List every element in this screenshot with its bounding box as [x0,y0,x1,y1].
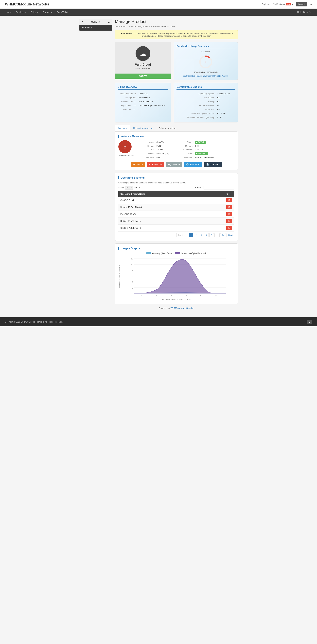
svg-point-6 [124,147,124,147]
logout-button[interactable]: Logout [296,2,307,6]
chevron-up-icon: ▲ [108,21,110,23]
scroll-to-top-button[interactable]: ▲ [307,320,312,324]
svg-text:9: 9 [186,294,187,296]
tab-network-information[interactable]: Network Information [130,125,156,131]
user-data-button[interactable]: 📄 User Data [204,162,222,167]
language-selector[interactable]: English ▾ [262,3,271,6]
reboot-button[interactable]: ↺ Reboot [131,162,145,167]
product-status-badge: ACTIVE [115,74,171,79]
power-off-button[interactable]: ⏻ Power Off [147,162,164,167]
os-install-button[interactable]: 🖥 [226,198,232,202]
os-table-row: FreeBSD 12 x64🖥 [118,211,234,218]
svg-text:8: 8 [171,294,172,296]
billing-title: Billing Overview [118,86,168,90]
main-nav: Home Services ▾ Billing ▾ Support ▾ Open… [0,8,317,16]
billing-row: Billing CycleFree Account [118,96,168,100]
notifications-button[interactable]: Notifications NEW ▾ [273,3,293,6]
os-install-button[interactable]: 🖥 [226,219,232,223]
os-install-button[interactable]: 🖥 [226,212,232,216]
nav-home[interactable]: Home [3,8,14,16]
nav-open-ticket[interactable]: Open Ticket [54,8,70,16]
tab-bar: Overview Network Information Other Infor… [115,125,238,132]
os-section-card: Operating Systems Changing to a differen… [115,173,238,241]
graphs-section: Usages Graphs Outgoing (Bytes Sent) Inco… [115,244,238,304]
breadcrumb-current: Product Details [162,26,176,28]
pagination-next[interactable]: Next [227,233,234,237]
billing-card: Billing Overview Recurring Amount$0.00 U… [115,83,171,122]
console-button[interactable]: ▶_ Console [166,162,182,167]
instance-details: Name: demoVM Status: ▶ ACTIVE Storage: 2… [138,140,234,159]
instance-os-label: FreeBSD 12 x64 [118,154,135,157]
pagination-page-2[interactable]: 2 [194,233,198,237]
bandwidth-updated: Last Updated: Friday, November 11th, 202… [177,75,235,77]
svg-text:11: 11 [215,294,217,296]
pagination-page-4[interactable]: 4 [204,233,209,237]
svg-text:0: 0 [132,293,133,295]
tab-overview[interactable]: Overview [115,125,130,132]
pagination-ellipsis: ... [215,233,220,237]
footer: Copyright © 2022 WHMCSModule Networks. A… [0,317,317,326]
breadcrumb-portal-home[interactable]: Portal Home [115,26,126,28]
config-row: BackupYes [177,100,235,104]
tab-other-information[interactable]: Other Information [156,125,179,131]
usage-chart-svg: 12 10 8 6 4 2 0 [121,256,234,298]
nav-hello[interactable]: Hello, Demo! ▾ [295,8,314,16]
instance-image: FreeBSD 12 x64 [118,140,135,159]
breadcrumb: Portal Home / Client Area / My Products … [115,26,238,28]
search-box: Search: [195,186,234,190]
product-sub: WHMCS Modules [134,67,151,70]
billing-row: Payment MethodMail In Payment [118,100,168,104]
pagination-page-1[interactable]: 1 [189,233,193,237]
attach-iso-button[interactable]: 💿 Attach ISO [184,162,202,167]
legend-outgoing-color [146,252,151,254]
product-card: ☁ Vultr Cloud WHMCS Modules ACTIVE [115,42,171,80]
instance-overview-title: Instance Overview [118,135,234,138]
os-install-button[interactable]: 🖥 [226,226,232,230]
config-title: Configurable Options [177,86,235,90]
nav-billing[interactable]: Billing ▾ [28,8,40,16]
os-table: Operating System Name ⚙ CentOS 7 x64🖥Ubu… [118,191,234,232]
entries-select[interactable]: 5 10 25 [125,186,133,190]
os-search-input[interactable] [204,186,234,190]
bandwidth-title: Bandwidth Usage Statistics [177,45,235,49]
svg-text:6: 6 [132,275,133,277]
nav-services[interactable]: Services ▾ [14,8,28,16]
pagination-page-24[interactable]: 24 [220,233,226,237]
freebsd-icon [118,140,132,153]
pagination-page-3[interactable]: 3 [199,233,203,237]
product-card-body: ☁ Vultr Cloud WHMCS Modules [115,42,171,74]
os-section-title: Operating Systems [118,176,234,179]
sidebar-item-information[interactable]: Information [79,25,112,30]
instance-overview-body: FreeBSD 12 x64 Name: demoVM Status: ▶ AC… [118,140,234,159]
pagination-prev[interactable]: Previous [176,233,188,237]
x-axis-label: For the Month of November, 2022 [118,298,234,301]
os-col-header: Operating System Name [118,191,224,197]
bandwidth-as-of: As of Now [177,50,235,53]
powered-by-link[interactable]: WHMCompleateSolution [171,307,194,309]
billing-row: Next Due Date- [118,108,168,112]
status-running-badge: ▶ RUNNING [195,152,208,155]
star-icon: ★ [82,21,83,23]
os-install-button[interactable]: 🖥 [226,205,232,209]
pagination-page-5[interactable]: 5 [209,233,214,237]
sidebar-item-overview[interactable]: ★ Overview ▲ [79,19,112,25]
svg-text:12: 12 [131,258,133,260]
graphs-title: Usages Graphs [118,247,234,250]
config-row: IPv6 RequireYes [177,96,235,100]
billing-config-row: Billing Overview Recurring Amount$0.00 U… [115,83,238,122]
breadcrumb-client-area[interactable]: Client Area [128,26,138,28]
product-name: Vultr Cloud [135,63,151,66]
breadcrumb-my-products[interactable]: My Products & Services [139,26,160,28]
legend-incoming-color [175,252,180,254]
page-layout: ★ Overview ▲ Information Manage Product … [79,16,238,314]
os-table-row: Debian 10 x64 (buster)🖥 [118,218,234,224]
os-description: Changing to a different operating system… [118,182,234,184]
cloud-icon: ☁ [139,50,146,58]
billing-row: Registration DateThursday, September 1st… [118,104,168,108]
nav-support[interactable]: Support ▾ [40,8,54,16]
graph-legend: Outgoing (Bytes Sent) Incomming (Bytes R… [118,252,234,254]
y-axis-label: Bandwidth usage in Gigabyte [118,265,120,288]
redirect-icon[interactable]: ↪ [310,2,312,6]
config-row: Reserved IP Address (Floating)2 x 1 [177,116,235,119]
svg-text:2: 2 [132,287,133,289]
